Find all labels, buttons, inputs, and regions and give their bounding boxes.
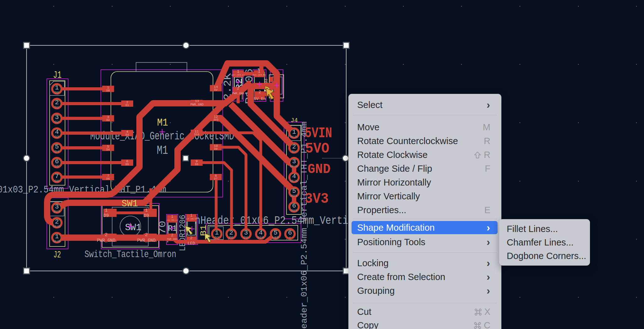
svg-text:1: 1 <box>215 229 219 236</box>
svg-text:2: 2 <box>229 229 233 236</box>
svg-text:1: 1 <box>237 69 239 74</box>
svg-text:PWR_GND: PWR_GND <box>190 103 204 106</box>
svg-text:1: 1 <box>145 208 148 213</box>
svg-text:3: 3 <box>55 203 59 210</box>
svg-text:Set-[EX-R]: Set-[EX-R] <box>253 74 266 76</box>
svg-text:2: 2 <box>145 232 148 238</box>
svg-text:D5: D5 <box>126 163 129 166</box>
svg-text:M1: M1 <box>157 144 168 157</box>
svg-text:PWR_GND: PWR_GND <box>167 238 177 240</box>
svg-text:PWR_GND: PWR_GND <box>137 238 156 243</box>
svg-text:D9: D9 <box>144 213 149 218</box>
svg-text:D3: D3 <box>126 133 129 137</box>
svg-text:3V3: 3V3 <box>305 191 329 207</box>
svg-text:1: 1 <box>258 69 260 74</box>
svg-text:LEDR1206: LEDR1206 <box>178 215 188 251</box>
svg-text:5: 5 <box>274 229 278 236</box>
svg-text:PWR_GND: PWR_GND <box>97 238 116 243</box>
svg-text:D9: D9 <box>244 236 248 240</box>
svg-text:5V: 5V <box>292 150 296 154</box>
svg-text:2: 2 <box>237 86 239 91</box>
svg-text:D4: D4 <box>55 150 59 154</box>
svg-text:D9: D9 <box>104 213 109 218</box>
svg-text:D3: D3 <box>264 79 269 83</box>
svg-text:D3: D3 <box>55 135 59 139</box>
svg-text:D2: D2 <box>55 120 59 124</box>
svg-text:1: 1 <box>171 215 173 219</box>
svg-text:J2: J2 <box>53 250 61 260</box>
svg-text:5V_En: 5V_En <box>254 97 266 101</box>
svg-text:GND: GND <box>308 161 330 177</box>
svg-text:2: 2 <box>190 236 193 240</box>
svg-text:5VO: 5VO <box>305 141 329 157</box>
svg-text:3: 3 <box>292 158 296 165</box>
svg-text:2: 2 <box>171 233 173 238</box>
svg-text:4: 4 <box>259 229 263 236</box>
svg-text:J1: J1 <box>53 69 62 81</box>
svg-text:2: 2 <box>259 90 261 94</box>
svg-text:6: 6 <box>288 229 292 236</box>
svg-text:4: 4 <box>55 128 59 136</box>
svg-text:D0: D0 <box>106 89 110 92</box>
svg-text:3V3: 3V3 <box>291 194 297 198</box>
svg-text:M1: M1 <box>157 117 168 129</box>
svg-text:SW1: SW1 <box>125 222 141 233</box>
svg-text:6: 6 <box>292 202 296 209</box>
svg-text:Switch_Tactile_Omron: Switch_Tactile_Omron <box>85 249 176 260</box>
svg-text:wxr-[EX-x]: wxr-[EX-x] <box>232 74 245 76</box>
svg-text:3V3: 3V3 <box>54 210 60 213</box>
svg-text:5: 5 <box>292 187 296 195</box>
svg-text:x: x <box>289 236 291 240</box>
svg-text:D5: D5 <box>55 164 59 168</box>
svg-text:J4: J4 <box>291 117 298 124</box>
svg-text:2: 2 <box>55 218 59 225</box>
svg-text:PWR GND: PWR GND <box>290 164 298 168</box>
svg-text:PWR_GND: PWR_GND <box>232 92 244 95</box>
svg-text:SW1: SW1 <box>122 199 138 209</box>
svg-text:D0: D0 <box>55 91 59 94</box>
svg-text:D4: D4 <box>106 148 110 151</box>
svg-text:PWR_GND: PWR_GND <box>53 240 61 243</box>
svg-text:3V3: 3V3 <box>291 209 297 213</box>
svg-text:1: 1 <box>105 208 107 213</box>
svg-text:3V3: 3V3 <box>213 118 218 121</box>
svg-text:D7: D7 <box>215 236 219 240</box>
svg-text:7: 7 <box>55 173 59 180</box>
svg-text:4: 4 <box>292 173 296 180</box>
svg-text:5V: 5V <box>214 89 218 92</box>
svg-text:1: 1 <box>55 233 59 240</box>
svg-text:D7: D7 <box>214 177 218 181</box>
svg-text:2: 2 <box>292 143 296 150</box>
svg-text:5VIN: 5VIN <box>305 125 332 142</box>
svg-text:D1: D1 <box>55 105 59 109</box>
svg-text:2: 2 <box>105 232 107 238</box>
svg-text:D1: D1 <box>126 104 129 107</box>
svg-text:1: 1 <box>190 213 192 218</box>
svg-text:PWR GND: PWR GND <box>290 179 298 183</box>
svg-text:3: 3 <box>55 114 59 121</box>
svg-text:5V_In: 5V_In <box>290 135 298 139</box>
svg-text:1: 1 <box>292 128 296 136</box>
svg-text:D10: D10 <box>258 236 264 240</box>
svg-text:PWR_GND: PWR_GND <box>53 225 61 229</box>
svg-text:6: 6 <box>55 158 59 165</box>
svg-text:D9: D9 <box>214 148 218 151</box>
svg-text:LED: LED <box>272 236 279 240</box>
svg-text:LED: LED <box>188 241 195 246</box>
svg-text:D6: D6 <box>106 177 110 181</box>
svg-text:1: 1 <box>55 84 59 91</box>
svg-text:D8: D8 <box>195 163 199 166</box>
svg-text:5: 5 <box>55 143 59 150</box>
svg-text:13: 13 <box>195 99 199 103</box>
svg-text:D6: D6 <box>55 179 59 183</box>
svg-text:D10: D10 <box>194 133 199 136</box>
svg-text:D2: D2 <box>106 119 110 122</box>
svg-text:3: 3 <box>244 229 248 236</box>
svg-text:D8: D8 <box>229 236 233 240</box>
svg-text:1x4 [DN-N]: 1x4 [DN-N] <box>186 218 197 220</box>
svg-text:xxx-[Dh-x]: xxx-[Dh-x] <box>166 219 178 221</box>
svg-text:2: 2 <box>55 99 59 106</box>
